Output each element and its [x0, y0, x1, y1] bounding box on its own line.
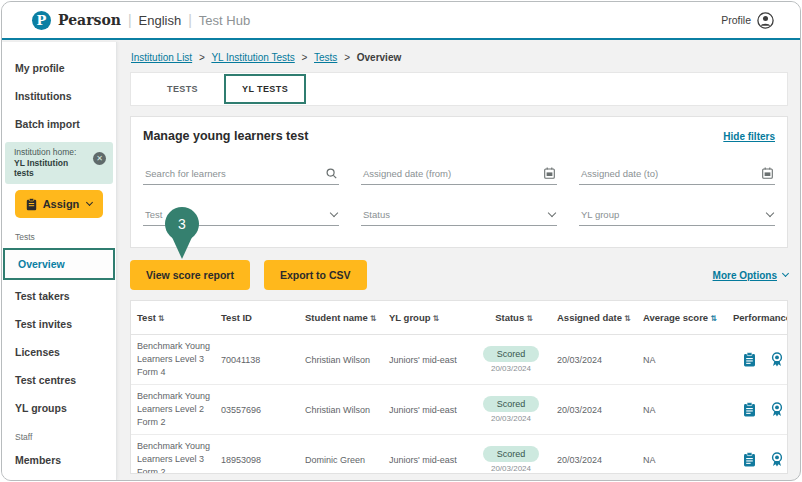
sidebar-item-test-centres[interactable]: Test centres — [2, 366, 116, 394]
results-table: Test⇅ Test ID Student name⇅ YL group⇅ St… — [130, 300, 788, 474]
status-select[interactable]: Status — [361, 207, 557, 226]
sidebar-item-my-profile[interactable]: My profile — [2, 54, 116, 82]
cell-test: Benchmark Young Learners Level 2 Form 2 — [137, 390, 221, 429]
institution-home-box: Institution home: YL Institution tests ✕ — [5, 142, 113, 184]
app-window: P Pearson | English | Test Hub Profile M… — [1, 1, 801, 481]
yl-group-select[interactable]: YL group — [579, 207, 775, 226]
sidebar-item-batch-import[interactable]: Batch import — [2, 110, 116, 138]
performance-medal-icon[interactable] — [770, 452, 784, 467]
sidebar-item-inactive-members[interactable]: Inactive members — [2, 474, 116, 481]
sort-icon[interactable]: ⇅ — [158, 314, 165, 323]
breadcrumb-yl-institution-tests[interactable]: YL Institution Tests — [211, 52, 294, 63]
assigned-date-to-input[interactable]: Assigned date (to) — [579, 165, 775, 185]
chevron-down-icon — [330, 209, 338, 217]
sort-icon[interactable]: ⇅ — [433, 314, 440, 323]
sidebar-item-members[interactable]: Members — [2, 446, 116, 474]
view-score-report-button[interactable]: View score report — [130, 260, 250, 290]
table-row[interactable]: Benchmark Young Learners Level 3 Form 4 … — [131, 335, 787, 385]
status-badge: Scored — [483, 396, 540, 412]
cell-student-name: Christian Wilson — [305, 355, 389, 365]
performance-medal-icon[interactable] — [770, 352, 784, 367]
assigned-date-from-input[interactable]: Assigned date (from) — [361, 165, 557, 185]
table-header-row: Test⇅ Test ID Student name⇅ YL group⇅ St… — [131, 301, 787, 335]
sidebar-item-licenses[interactable]: Licenses — [2, 338, 116, 366]
filter-panel: Manage young learners test Hide filters … — [130, 116, 788, 248]
performance-medal-icon[interactable] — [770, 402, 784, 417]
col-student-name: Student name⇅ — [305, 312, 389, 323]
col-average-score: Average score⇅ — [643, 312, 733, 323]
main-content: Institution List > YL Institution Tests … — [117, 42, 800, 480]
cell-student-name: Christian Wilson — [305, 405, 389, 415]
score-report-clipboard-icon[interactable] — [743, 402, 756, 417]
assign-button[interactable]: Assign — [15, 190, 103, 218]
col-assigned-date: Assigned date⇅ — [557, 312, 643, 323]
table-row[interactable]: Benchmark Young Learners Level 2 Form 2 … — [131, 385, 787, 435]
brand: P Pearson | English | Test Hub — [32, 11, 250, 30]
institution-home-value: YL Institution tests — [14, 158, 86, 178]
cell-average-score: NA — [643, 405, 733, 415]
sort-icon[interactable]: ⇅ — [526, 314, 533, 323]
sort-icon[interactable]: ⇅ — [370, 314, 377, 323]
score-report-clipboard-icon[interactable] — [743, 452, 756, 467]
status-badge: Scored — [483, 446, 540, 462]
col-performance: Performance — [733, 312, 788, 323]
cell-performance — [733, 352, 788, 367]
sidebar-item-test-takers[interactable]: Test takers — [2, 282, 116, 310]
brand-app: Test Hub — [199, 13, 250, 28]
sort-icon[interactable]: ⇅ — [710, 314, 717, 323]
sidebar-item-institutions[interactable]: Institutions — [2, 82, 116, 110]
cell-status: Scored 20/03/2024 — [471, 346, 557, 373]
hide-filters-link[interactable]: Hide filters — [723, 131, 775, 142]
breadcrumb-separator: > — [344, 52, 350, 63]
cell-student-name: Dominic Green — [305, 455, 389, 465]
brand-product: English — [139, 13, 182, 28]
cell-assigned-date: 20/03/2024 — [557, 455, 643, 465]
cell-test-id: 70041138 — [221, 355, 305, 365]
callout-pin-tail — [171, 235, 193, 259]
cell-test: Benchmark Young Learners Level 3 Form 4 — [137, 340, 221, 379]
tab-yl-tests[interactable]: YL TESTS — [224, 74, 306, 104]
profile-label: Profile — [721, 14, 751, 26]
app-header: P Pearson | English | Test Hub Profile — [2, 2, 800, 40]
breadcrumb: Institution List > YL Institution Tests … — [131, 52, 788, 63]
col-yl-group: YL group⇅ — [389, 312, 471, 323]
cell-assigned-date: 20/03/2024 — [557, 405, 643, 415]
brand-name: Pearson — [58, 12, 121, 28]
breadcrumb-institution-list[interactable]: Institution List — [131, 52, 192, 63]
cell-average-score: NA — [643, 455, 733, 465]
col-test-id: Test ID — [221, 312, 305, 323]
callout-step-marker: 3 — [165, 207, 199, 259]
sidebar-item-test-invites[interactable]: Test invites — [2, 310, 116, 338]
brand-divider: | — [128, 12, 132, 28]
sidebar-item-overview[interactable]: Overview — [3, 248, 115, 280]
cell-performance — [733, 402, 788, 417]
export-to-csv-button[interactable]: Export to CSV — [264, 260, 367, 290]
pearson-logo-icon: P — [32, 11, 51, 30]
cell-status: Scored 20/03/2024 — [471, 396, 557, 423]
breadcrumb-separator: > — [302, 52, 308, 63]
cell-test-id: 18953098 — [221, 455, 305, 465]
col-test: Test⇅ — [137, 312, 221, 323]
tab-tests[interactable]: TESTS — [155, 75, 210, 103]
cell-test-id: 03557696 — [221, 405, 305, 415]
sidebar: My profile Institutions Batch import Ins… — [2, 42, 117, 480]
profile-button[interactable]: Profile — [721, 12, 774, 29]
table-row[interactable]: Benchmark Young Learners Level 3 Form 2 … — [131, 435, 787, 474]
score-report-clipboard-icon[interactable] — [743, 352, 756, 367]
breadcrumb-current: Overview — [357, 52, 401, 63]
search-learners-input[interactable]: Search for learners — [143, 165, 339, 185]
sort-icon[interactable]: ⇅ — [624, 314, 631, 323]
more-options-link[interactable]: More Options — [713, 270, 788, 281]
sidebar-section-tests: Tests — [2, 222, 116, 246]
sidebar-item-yl-groups[interactable]: YL groups — [2, 394, 116, 422]
calendar-icon — [762, 167, 773, 179]
tab-bar: TESTS YL TESTS — [130, 72, 788, 106]
breadcrumb-separator: > — [199, 52, 205, 63]
chevron-down-icon — [548, 209, 556, 217]
status-badge: Scored — [483, 346, 540, 362]
actions-row: View score report Export to CSV More Opt… — [130, 260, 788, 290]
chevron-down-icon — [86, 199, 93, 206]
close-icon[interactable]: ✕ — [93, 152, 106, 165]
status-date: 20/03/2024 — [491, 414, 531, 423]
breadcrumb-tests[interactable]: Tests — [314, 52, 337, 63]
